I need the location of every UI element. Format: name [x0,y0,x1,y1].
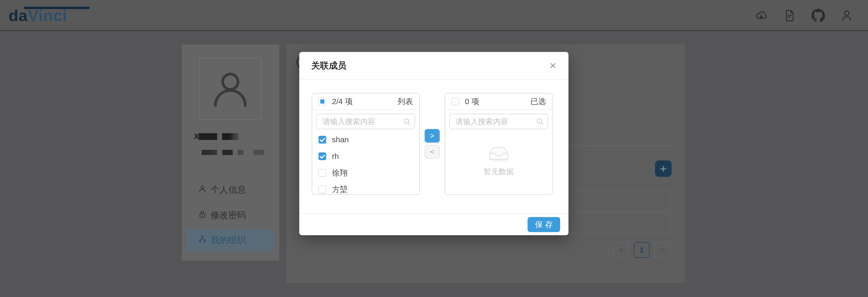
github-icon[interactable] [811,9,825,22]
transfer-component: 2/4 项 列表 shan rh 徐翔 [299,80,568,213]
target-count: 0 项 [465,96,530,107]
move-left-button[interactable]: < [425,145,440,159]
sidebar-item-label: 个人信息 [211,184,246,196]
redacted-info-bar [222,150,233,155]
item-checkbox[interactable] [318,169,326,177]
transfer-item[interactable]: 徐翔 [318,165,419,181]
person-icon [198,185,207,195]
transfer-item[interactable]: shan [318,131,419,148]
redacted-info-bar [202,150,217,155]
modal-footer: 保 存 [299,213,568,235]
item-checkbox[interactable] [318,136,326,143]
modal-title: 关联成员 [311,60,346,72]
transfer-source-panel: 2/4 项 列表 shan rh 徐翔 [312,93,420,195]
item-checkbox[interactable] [318,153,326,160]
avatar [199,58,261,120]
sidebar-item-organization[interactable]: 我的组织 [187,229,274,251]
save-button[interactable]: 保 存 [528,217,560,232]
search-icon [403,117,411,127]
transfer-source-list: shan rh 徐翔 方堃 [312,130,419,194]
empty-inbox-icon [484,141,514,164]
source-title: 列表 [398,96,413,107]
empty-text: 暂无数据 [484,167,514,177]
select-all-checkbox[interactable] [318,98,326,105]
redacted-username-bar [222,133,239,140]
associate-members-modal: 关联成员 ✕ 2/4 项 列表 [299,52,568,235]
item-label: 徐翔 [332,168,347,178]
cloud-download-icon[interactable] [754,9,768,22]
navbar-icon-group [754,0,854,31]
sidebar-item-label: 修改密码 [211,209,246,221]
item-label: 方堃 [332,184,347,194]
document-icon[interactable] [783,9,797,22]
pagination-page-1[interactable]: 1 [634,242,650,258]
top-navbar: daVinci [0,0,868,31]
item-label: shan [332,135,349,144]
app-logo[interactable]: daVinci [8,6,67,25]
pagination-prev-button[interactable]: < [613,242,629,258]
sidebar-item-profile[interactable]: 个人信息 [182,182,279,198]
target-search-input[interactable] [449,114,548,129]
redacted-username-char: X [194,132,199,141]
pagination: < 1 > [613,242,670,258]
item-checkbox[interactable] [318,186,326,193]
user-icon[interactable] [840,9,854,22]
transfer-target-panel: 0 项 已选 暂无 [445,93,553,195]
transfer-source-header: 2/4 项 列表 [312,93,419,110]
profile-sidebar: X 个人信息 修改密码 [182,45,279,261]
target-title: 已选 [530,96,546,107]
select-all-checkbox[interactable] [452,98,459,105]
redacted-info-bar [238,150,243,155]
pagination-next-button[interactable]: > [654,242,670,258]
transfer-target-header: 0 项 已选 [445,93,552,110]
transfer-controls: > < [420,93,445,195]
transfer-item[interactable]: rh [318,148,419,165]
move-right-button[interactable]: > [425,129,440,142]
sidebar-item-label: 我的组织 [211,234,246,246]
redacted-info-bar [253,150,264,155]
lock-icon [198,210,207,220]
logo-overline [24,7,89,9]
empty-state: 暂无数据 [445,141,552,177]
org-chart-icon [198,235,207,245]
add-member-button[interactable]: + [655,160,672,177]
target-search [449,114,548,129]
sidebar-item-password[interactable]: 修改密码 [182,207,279,223]
screen: daVinci [0,0,868,297]
transfer-item[interactable]: 方堃 [318,181,419,194]
redacted-username-bar [199,133,217,140]
close-icon[interactable]: ✕ [549,60,557,71]
source-count: 2/4 项 [332,96,398,107]
source-search-input[interactable] [316,114,415,129]
item-label: rh [332,152,339,161]
source-search [316,114,415,129]
search-icon [536,117,544,127]
modal-header: 关联成员 ✕ [299,52,568,80]
